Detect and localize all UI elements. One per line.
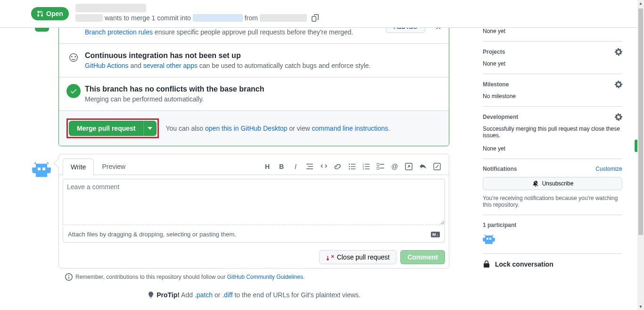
comment-composer: Write Preview H B I 123 @ [58, 154, 449, 268]
comment-textarea[interactable] [63, 179, 445, 225]
quote-icon[interactable] [305, 162, 314, 171]
branch-protection-link[interactable]: Branch protection rules [85, 28, 153, 36]
lock-conversation[interactable]: Lock conversation [483, 254, 622, 268]
svg-point-1 [71, 56, 73, 58]
ci-title: Continuous integration has not been set … [85, 51, 441, 60]
svg-rect-30 [483, 233, 485, 235]
other-apps-link[interactable]: several other apps [143, 62, 198, 69]
development-section: Development Successfully merging this pu… [483, 107, 622, 159]
development-desc: Successfully merging this pull request m… [483, 126, 622, 139]
participant-avatar[interactable] [483, 233, 495, 245]
redacted-title [75, 4, 146, 12]
ul-icon[interactable] [348, 162, 356, 171]
projects-section: Projects None yet [483, 42, 622, 74]
svg-rect-14 [365, 168, 370, 169]
merge-options-dropdown[interactable] [143, 121, 157, 136]
milestone-title: Milestone [483, 81, 509, 88]
svg-rect-24 [36, 164, 47, 168]
open-desktop-link[interactable]: open this in GitHub Desktop [205, 125, 287, 132]
svg-rect-18 [380, 168, 384, 168]
crossref-icon[interactable] [405, 162, 413, 171]
tasklist-icon[interactable] [376, 162, 385, 171]
closed-pr-icon [326, 253, 334, 261]
ol-icon[interactable]: 123 [362, 162, 371, 171]
code-icon[interactable] [320, 162, 328, 171]
projects-none: None yet [483, 60, 622, 67]
tab-preview[interactable]: Preview [94, 158, 133, 175]
milestone-value: No milestone [483, 93, 622, 100]
gear-icon[interactable] [615, 48, 622, 56]
reply-icon[interactable] [419, 162, 427, 171]
mention-icon[interactable]: @ [390, 162, 399, 171]
remember-note: Remember, contributions to this reposito… [58, 268, 449, 281]
comment-tabbar: Write Preview H B I 123 @ [59, 154, 449, 175]
attach-hint[interactable]: Attach files by dragging & dropping, sel… [63, 226, 445, 243]
svg-rect-8 [351, 168, 355, 169]
bold-icon[interactable]: B [277, 162, 286, 171]
github-actions-link[interactable]: GitHub Actions [85, 62, 129, 69]
svg-point-3 [349, 163, 350, 164]
redacted-head-branch [260, 14, 307, 22]
svg-rect-36 [485, 242, 493, 244]
svg-rect-33 [483, 238, 495, 242]
dismiss-rule-icon[interactable]: ✕ [435, 28, 441, 32]
state-open-badge: Open [31, 7, 69, 20]
scroll-down-icon[interactable]: ▼ [637, 303, 644, 310]
diff-link[interactable]: .diff [222, 291, 232, 299]
customize-link[interactable]: Customize [595, 166, 622, 172]
svg-rect-4 [351, 164, 355, 164]
gear-icon[interactable] [615, 113, 622, 121]
side-indicator [635, 140, 637, 152]
pr-sidebar: None yet Projects None yet Milestone No … [483, 28, 622, 268]
pull-request-icon [37, 10, 43, 17]
community-guidelines-link[interactable]: GitHub Community Guidelines [227, 274, 303, 280]
check-circle-icon [66, 84, 81, 98]
participants-count: 1 participant [483, 222, 516, 228]
notifications-title: Notifications [483, 166, 517, 172]
svg-rect-26 [38, 168, 41, 170]
italic-icon[interactable]: I [291, 162, 300, 171]
scroll-up-icon[interactable]: ▲ [637, 0, 644, 7]
bell-slash-icon [532, 180, 539, 187]
close-pr-button[interactable]: Close pull request [319, 250, 396, 264]
tab-write[interactable]: Write [63, 159, 94, 175]
merge-pull-request-button[interactable]: Merge pull request [69, 121, 143, 136]
heading-icon[interactable]: H [263, 162, 272, 171]
protip: ProTip! Add .patch or .diff to the end o… [58, 291, 449, 299]
svg-rect-23 [47, 160, 51, 164]
development-none: None yet [483, 145, 622, 152]
svg-rect-10 [365, 164, 370, 164]
merge-phrase: wants to merge 1 commit into [105, 14, 191, 22]
svg-rect-6 [351, 166, 355, 167]
svg-rect-12 [365, 166, 370, 167]
gear-icon[interactable] [615, 81, 622, 88]
scroll-thumb[interactable] [638, 8, 643, 235]
svg-rect-17 [377, 167, 379, 169]
link-icon[interactable] [334, 162, 342, 171]
rule-section: Require approval from specific reviewers… [59, 28, 449, 43]
info-icon [65, 273, 73, 281]
notifications-section: Notifications Customize Unsubscribe You'… [483, 159, 622, 215]
merge-meta: wants to merge 1 commit into from [75, 14, 319, 22]
merge-alt-text: You can also open this in GitHub Desktop… [165, 125, 390, 132]
actions-icon [66, 50, 81, 65]
add-rule-button[interactable]: Add rule [386, 28, 425, 33]
copy-icon[interactable] [312, 14, 319, 22]
scrollbar[interactable]: ▲ ▼ [637, 0, 644, 310]
state-open-label: Open [46, 10, 63, 17]
development-title: Development [483, 114, 518, 120]
markdown-toolbar: H B I 123 @ [263, 162, 445, 171]
svg-point-0 [70, 54, 78, 62]
svg-rect-16 [380, 164, 384, 164]
svg-rect-25 [32, 168, 51, 173]
cli-instructions-link[interactable]: command line instructions [312, 125, 388, 132]
redacted-author [75, 14, 103, 22]
comment-button[interactable]: Comment [400, 250, 445, 264]
svg-rect-32 [485, 235, 493, 238]
unsubscribe-button[interactable]: Unsubscribe [483, 177, 622, 190]
svg-rect-27 [42, 168, 45, 170]
svg-point-2 [74, 56, 76, 58]
expand-icon[interactable] [433, 162, 441, 171]
current-user-avatar[interactable] [32, 160, 51, 179]
patch-link[interactable]: .patch [195, 291, 213, 299]
